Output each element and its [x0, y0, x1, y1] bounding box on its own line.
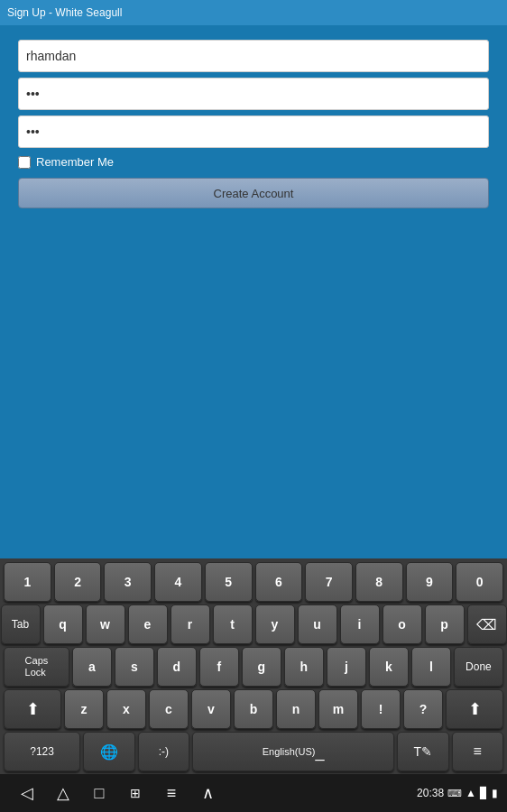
key-j[interactable]: j [327, 647, 366, 687]
key-0[interactable]: 0 [456, 562, 503, 602]
key-9[interactable]: 9 [406, 562, 454, 602]
menu-button[interactable]: ≡ [153, 780, 189, 807]
nav-bar: ◁ △ □ ⊞ ≡ ∧ 20:38 ⌨ ▲ ▊ ▮ [0, 774, 507, 812]
keyboard-row-numbers: 1 2 3 4 5 6 7 8 9 0 [4, 562, 503, 602]
scroll-up-button[interactable]: ∧ [189, 780, 226, 807]
key-f[interactable]: f [199, 647, 239, 687]
key-6[interactable]: 6 [255, 562, 303, 602]
key-symbols[interactable]: ?123 [4, 732, 80, 771]
key-b[interactable]: b [234, 689, 273, 729]
confirm-password-input[interactable] [18, 115, 489, 148]
key-exclaim[interactable]: ! [361, 689, 401, 729]
key-l[interactable]: l [411, 647, 451, 687]
home-button[interactable]: △ [45, 780, 81, 807]
key-8[interactable]: 8 [355, 562, 403, 602]
key-h[interactable]: h [284, 647, 324, 687]
signal-icon: ▊ [480, 787, 488, 799]
remember-me-checkbox[interactable] [18, 156, 31, 169]
shift-left-key[interactable]: ⬆ [4, 689, 61, 729]
key-smiley[interactable]: :-) [138, 732, 189, 771]
remember-me-label: Remember Me [36, 155, 114, 169]
key-y[interactable]: y [255, 604, 295, 644]
key-u[interactable]: u [298, 604, 337, 644]
title-bar: Sign Up - White Seagull [0, 0, 507, 25]
username-input[interactable] [18, 40, 489, 72]
keyboard-row-qwerty: Tab q w e r t y u i o p ⌫ [4, 604, 503, 644]
key-n[interactable]: n [276, 689, 316, 729]
keyboard-row-zxcv: ⬆ z x c v b n m ! ? ⬆ [4, 689, 503, 729]
key-1[interactable]: 1 [4, 562, 51, 602]
key-5[interactable]: 5 [205, 562, 253, 602]
main-content: Remember Me Create Account [0, 25, 507, 558]
password-input[interactable] [18, 78, 489, 110]
back-button[interactable]: ◁ [9, 780, 45, 807]
keyboard-row-bottom: ?123 🌐 :-) English(US)_ T✎ ≡ [4, 732, 503, 771]
key-t[interactable]: t [213, 604, 253, 644]
key-e[interactable]: e [128, 604, 168, 644]
key-m[interactable]: m [318, 689, 358, 729]
recent-apps-button[interactable]: □ [81, 780, 117, 807]
key-4[interactable]: 4 [154, 562, 202, 602]
key-c[interactable]: c [149, 689, 189, 729]
keyboard: 1 2 3 4 5 6 7 8 9 0 Tab q w e r t y u i … [0, 558, 507, 774]
wifi-icon: ▲ [466, 787, 476, 799]
space-key[interactable]: English(US)_ [192, 732, 394, 771]
key-clipboard[interactable]: ≡ [452, 732, 503, 771]
key-x[interactable]: x [106, 689, 146, 729]
time-display: 20:38 [417, 787, 444, 799]
shift-right-key[interactable]: ⬆ [446, 689, 503, 729]
key-d[interactable]: d [157, 647, 197, 687]
key-tab[interactable]: Tab [1, 604, 41, 644]
create-account-button[interactable]: Create Account [18, 178, 489, 208]
key-3[interactable]: 3 [104, 562, 152, 602]
key-o[interactable]: o [383, 604, 422, 644]
key-r[interactable]: r [171, 604, 210, 644]
remember-me-row: Remember Me [18, 155, 489, 169]
key-question[interactable]: ? [403, 689, 443, 729]
key-p[interactable]: p [425, 604, 465, 644]
key-g[interactable]: g [242, 647, 281, 687]
backspace-key[interactable]: ⌫ [467, 604, 507, 644]
keyboard-row-asdf: CapsLock a s d f g h j k l Done [4, 647, 503, 687]
key-7[interactable]: 7 [305, 562, 353, 602]
key-q[interactable]: q [43, 604, 83, 644]
key-globe[interactable]: 🌐 [83, 732, 134, 771]
key-z[interactable]: z [64, 689, 104, 729]
done-key[interactable]: Done [454, 647, 503, 687]
battery-icon: ▮ [492, 787, 498, 799]
key-2[interactable]: 2 [54, 562, 102, 602]
key-k[interactable]: k [369, 647, 409, 687]
key-i[interactable]: i [340, 604, 380, 644]
app-title: Sign Up - White Seagull [7, 6, 122, 19]
key-w[interactable]: w [86, 604, 125, 644]
key-v[interactable]: v [191, 689, 231, 729]
caps-lock-key[interactable]: CapsLock [4, 647, 69, 687]
key-s[interactable]: s [115, 647, 154, 687]
key-a[interactable]: a [72, 647, 112, 687]
qr-code-button[interactable]: ⊞ [117, 780, 153, 807]
keyboard-icon: ⌨ [447, 788, 462, 799]
key-text-edit[interactable]: T✎ [397, 732, 448, 771]
